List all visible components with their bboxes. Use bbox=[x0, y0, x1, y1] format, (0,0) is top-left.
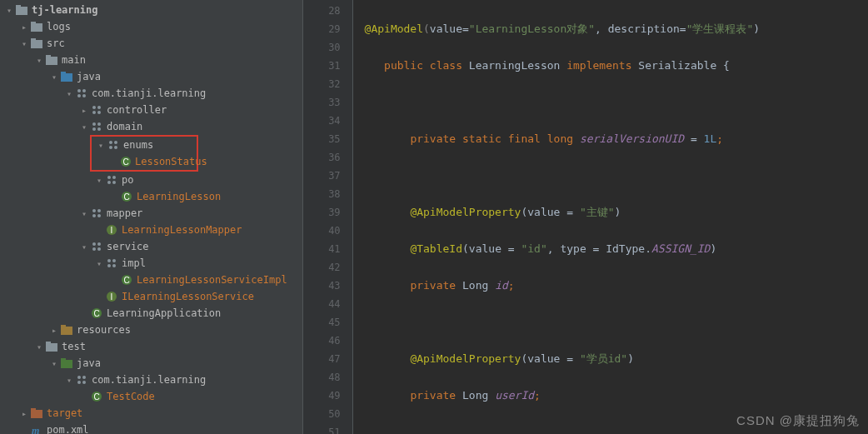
svg-point-13 bbox=[82, 94, 86, 97]
code-text: ) bbox=[615, 206, 621, 218]
keyword: public class bbox=[384, 59, 469, 72]
svg-rect-66 bbox=[31, 410, 42, 418]
string-literal: "学员id" bbox=[580, 352, 627, 365]
code-line[interactable]: @ApiModel(value="LearningLesson对象", desc… bbox=[353, 20, 868, 38]
code-line[interactable]: @ApiModelProperty(value = "学员id") bbox=[353, 350, 868, 368]
tree-node-app[interactable]: C LearningApplication bbox=[0, 305, 302, 322]
tree-node-ill-service[interactable]: I ILearningLessonService bbox=[0, 288, 302, 305]
svg-point-19 bbox=[97, 122, 101, 126]
chevron-right-icon[interactable]: ▸ bbox=[18, 409, 30, 418]
chevron-down-icon[interactable]: ▾ bbox=[63, 89, 75, 98]
tree-node-test[interactable]: ▾ test bbox=[0, 338, 302, 355]
chevron-down-icon[interactable]: ▾ bbox=[78, 209, 90, 218]
keyword: private bbox=[410, 279, 462, 292]
package-icon bbox=[90, 120, 103, 133]
code-text: { bbox=[723, 59, 730, 72]
folder-icon bbox=[30, 20, 43, 33]
chevron-right-icon[interactable]: ▸ bbox=[78, 106, 90, 115]
line-number: 28 bbox=[303, 2, 352, 20]
resources-folder-icon bbox=[60, 323, 73, 337]
code-line[interactable]: public class LearningLesson implements S… bbox=[353, 57, 868, 75]
code-line[interactable]: @TableId(value = "id", type = IdType.ASS… bbox=[353, 240, 868, 258]
code-line[interactable] bbox=[353, 167, 868, 185]
package-icon bbox=[107, 138, 120, 152]
chevron-down-icon[interactable]: ▾ bbox=[33, 342, 45, 352]
code-editor[interactable]: @ApiModel(value="LearningLesson对象", desc… bbox=[353, 0, 868, 434]
code-text: Long bbox=[462, 389, 495, 402]
svg-rect-9 bbox=[61, 72, 66, 74]
tree-node-src[interactable]: ▾ src bbox=[0, 35, 302, 52]
svg-point-61 bbox=[82, 376, 86, 379]
tree-node-package[interactable]: ▾ com.tianji.learning bbox=[0, 85, 302, 102]
keyword: private static final long bbox=[410, 132, 580, 145]
tree-label: java bbox=[77, 71, 101, 82]
svg-point-30 bbox=[107, 181, 111, 184]
code-line[interactable]: private static final long serialVersionU… bbox=[353, 130, 868, 148]
tree-node-ll-mapper[interactable]: I LearningLessonMapper bbox=[0, 222, 302, 238]
tree-label: pom.xml bbox=[47, 424, 89, 434]
tree-node-logs[interactable]: ▸ logs bbox=[0, 18, 302, 35]
project-tree[interactable]: ▾ tj-learning ▸ logs ▾ src ▾ main ▾ java… bbox=[0, 0, 303, 434]
chevron-down-icon[interactable]: ▾ bbox=[48, 359, 60, 368]
chevron-down-icon[interactable]: ▾ bbox=[33, 56, 45, 65]
folder-icon bbox=[45, 53, 58, 67]
chevron-down-icon[interactable]: ▾ bbox=[3, 6, 15, 15]
tree-node-service[interactable]: ▾ service bbox=[0, 238, 302, 255]
tree-node-ll-service-impl[interactable]: C LearningLessonServiceImpl bbox=[0, 272, 302, 288]
svg-text:C: C bbox=[122, 157, 128, 167]
tree-node-mapper[interactable]: ▾ mapper bbox=[0, 205, 302, 222]
chevron-down-icon[interactable]: ▾ bbox=[95, 141, 107, 150]
tree-node-pom[interactable]: m pom.xml bbox=[0, 422, 302, 434]
chevron-right-icon[interactable]: ▸ bbox=[18, 22, 30, 32]
tree-node-po[interactable]: ▾ po bbox=[0, 172, 302, 188]
svg-rect-55 bbox=[61, 325, 66, 327]
interface-icon: I bbox=[105, 223, 118, 237]
svg-point-62 bbox=[77, 381, 81, 384]
chevron-right-icon[interactable]: ▸ bbox=[48, 326, 60, 335]
svg-point-20 bbox=[92, 127, 96, 131]
line-number: 45 bbox=[303, 313, 352, 332]
chevron-down-icon[interactable]: ▾ bbox=[18, 39, 30, 48]
chevron-down-icon[interactable]: ▾ bbox=[93, 259, 105, 268]
svg-rect-3 bbox=[31, 22, 36, 24]
line-number: 38 bbox=[303, 185, 352, 203]
svg-point-18 bbox=[92, 122, 96, 126]
tree-node-root[interactable]: ▾ tj-learning bbox=[0, 2, 302, 18]
svg-point-28 bbox=[107, 176, 111, 179]
code-text: , type = IdType. bbox=[547, 242, 651, 255]
line-number: 30 bbox=[303, 38, 352, 57]
svg-point-17 bbox=[97, 111, 101, 114]
tree-node-lesson-status[interactable]: C LessonStatus bbox=[92, 153, 197, 170]
tree-node-impl[interactable]: ▾ impl bbox=[0, 255, 302, 272]
svg-rect-56 bbox=[46, 343, 57, 352]
chevron-down-icon[interactable]: ▾ bbox=[63, 376, 75, 385]
chevron-down-icon[interactable]: ▾ bbox=[48, 72, 60, 82]
line-number: 36 bbox=[303, 148, 352, 167]
code-line[interactable] bbox=[353, 93, 868, 112]
chevron-down-icon[interactable]: ▾ bbox=[78, 122, 90, 132]
tree-node-test-java[interactable]: ▾ java bbox=[0, 355, 302, 372]
code-text: ) bbox=[710, 242, 716, 255]
line-number: 42 bbox=[303, 258, 352, 277]
tree-node-java[interactable]: ▾ java bbox=[0, 68, 302, 85]
annotation: @ApiModel bbox=[365, 22, 423, 35]
chevron-down-icon[interactable]: ▾ bbox=[78, 242, 90, 252]
package-icon bbox=[90, 103, 103, 117]
tree-node-resources[interactable]: ▸ resources bbox=[0, 322, 302, 338]
tree-node-test-package[interactable]: ▾ com.tianji.learning bbox=[0, 372, 302, 388]
code-line[interactable]: private Long userId; bbox=[353, 387, 868, 405]
code-line[interactable] bbox=[353, 313, 868, 332]
tree-node-main[interactable]: ▾ main bbox=[0, 52, 302, 68]
tree-node-learning-lesson[interactable]: C LearningLesson bbox=[0, 188, 302, 205]
svg-text:C: C bbox=[93, 392, 99, 402]
chevron-down-icon[interactable]: ▾ bbox=[93, 176, 105, 185]
package-icon bbox=[75, 373, 88, 387]
tree-node-domain[interactable]: ▾ domain bbox=[0, 118, 302, 135]
code-line[interactable]: private Long id; bbox=[353, 277, 868, 295]
code-line[interactable]: @ApiModelProperty(value = "主键") bbox=[353, 203, 868, 222]
tree-label: domain bbox=[107, 121, 142, 132]
tree-node-test-code[interactable]: C TestCode bbox=[0, 388, 302, 405]
tree-node-target[interactable]: ▸ target bbox=[0, 405, 302, 422]
tree-node-controller[interactable]: ▸ controller bbox=[0, 102, 302, 118]
tree-node-enums[interactable]: ▾ enums bbox=[92, 137, 197, 153]
